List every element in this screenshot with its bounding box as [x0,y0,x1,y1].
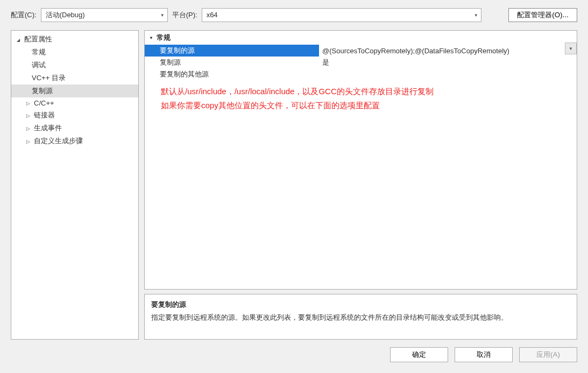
property-grid: ▼ 常规 要复制的源 @(SourcesToCopyRemotely);@(Da… [144,30,577,290]
annotation-line2: 如果你需要copy其他位置的头文件，可以在下面的选项里配置 [161,98,434,112]
chevron-down-icon[interactable]: ▼ [158,9,167,22]
tree-root-label: 配置属性 [24,34,52,44]
top-bar: 配置(C): 活动(Debug) ▼ 平台(P): x64 ▼ 配置管理器(O)… [0,0,588,30]
tree-item-label: 链接器 [34,110,55,120]
config-combo[interactable]: 活动(Debug) ▼ [41,8,168,22]
tree-item-linker[interactable]: 链接器 [11,109,138,122]
tree-item-label: C/C++ [34,99,54,107]
tree-item-label: 生成事件 [34,123,62,133]
annotation-line1: 默认从/usr/include，/usr/local/include，以及GCC… [161,85,434,98]
tree-item-copysources[interactable]: 复制源 [11,85,138,97]
expand-icon[interactable] [26,138,32,144]
right-panel: ▼ 常规 要复制的源 @(SourcesToCopyRemotely);@(Da… [144,30,577,340]
platform-combo[interactable]: x64 ▼ [202,8,481,22]
description-text: 指定要复制到远程系统的源。如果更改此列表，要复制到远程系统的文件所在的目录结构可… [151,313,570,322]
property-name: 要复制的其他源 [145,68,319,80]
ok-button[interactable]: 确定 [390,347,448,362]
expand-icon[interactable] [26,100,32,106]
bottom-buttons: 确定 取消 应用(A) [0,340,588,362]
property-row[interactable]: 复制源 是 [145,57,577,68]
tree-item-custombuild[interactable]: 自定义生成步骤 [11,135,138,147]
property-value[interactable] [319,68,577,80]
property-value[interactable]: 是 [319,57,577,68]
property-value-dropdown[interactable]: ▼ [565,43,577,54]
property-group-header[interactable]: ▼ 常规 [145,31,577,45]
property-name: 复制源 [145,57,319,68]
property-row[interactable]: 要复制的其他源 [145,68,577,80]
tree-item-vcdirs[interactable]: VC++ 目录 [11,72,138,85]
tree-item-buildevents[interactable]: 生成事件 [11,122,138,135]
expand-icon[interactable] [17,37,22,43]
expand-icon[interactable] [26,125,32,131]
chevron-down-icon[interactable]: ▼ [471,9,481,22]
tree-item-label: 调试 [32,60,46,70]
tree-item-label: 自定义生成步骤 [34,136,83,146]
tree-item-general[interactable]: 常规 [11,46,138,59]
expand-icon[interactable] [26,112,32,118]
tree-item-ccpp[interactable]: C/C++ [11,97,138,109]
tree-item-label: VC++ 目录 [32,73,66,83]
platform-value: x64 [207,11,218,19]
chevron-down-icon[interactable]: ▼ [149,36,153,40]
platform-label: 平台(P): [172,10,197,20]
annotation-overlay: 默认从/usr/include，/usr/local/include，以及GCC… [161,85,434,112]
property-row[interactable]: 要复制的源 @(SourcesToCopyRemotely);@(DataFil… [145,45,577,57]
tree-root[interactable]: 配置属性 [11,33,138,46]
config-label: 配置(C): [11,10,37,20]
tree-panel: 配置属性 常规 调试 VC++ 目录 复制源 C/C++ 链接器 生成事件 自定… [11,30,139,340]
description-panel: 要复制的源 指定要复制到远程系统的源。如果更改此列表，要复制到远程系统的文件所在… [144,294,577,340]
main-area: 配置属性 常规 调试 VC++ 目录 复制源 C/C++ 链接器 生成事件 自定… [0,30,588,340]
tree-item-label: 常规 [32,47,46,57]
property-value[interactable]: @(SourcesToCopyRemotely);@(DataFilesToCo… [319,45,577,57]
description-title: 要复制的源 [151,300,570,309]
config-manager-button[interactable]: 配置管理器(O)... [508,8,577,22]
tree-item-debug[interactable]: 调试 [11,59,138,72]
property-group-label: 常规 [157,33,171,43]
cancel-button[interactable]: 取消 [455,347,513,362]
property-name: 要复制的源 [145,45,319,57]
apply-button[interactable]: 应用(A) [519,347,577,362]
config-value: 活动(Debug) [46,11,85,19]
tree-item-label: 复制源 [32,86,53,96]
